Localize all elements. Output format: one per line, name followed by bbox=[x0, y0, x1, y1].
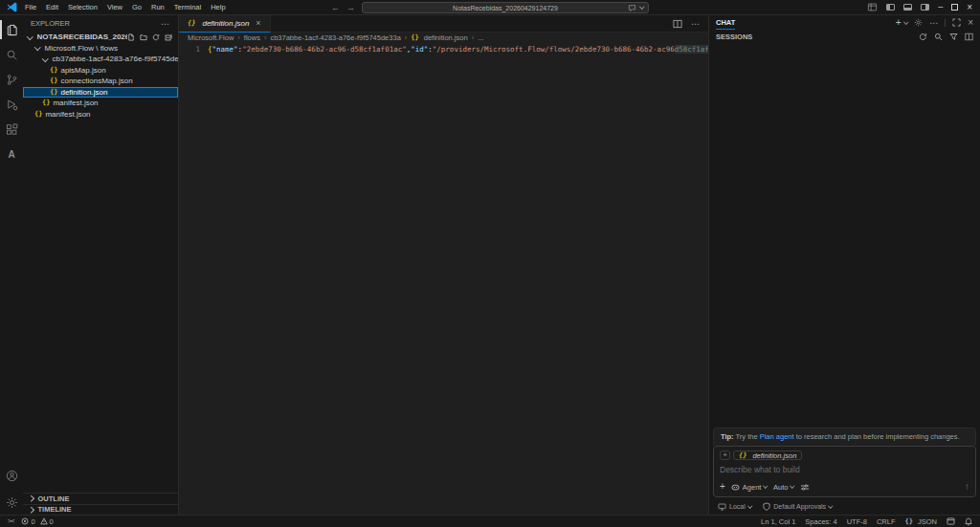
explorer-actions bbox=[127, 33, 178, 41]
chevron-down-icon[interactable] bbox=[639, 5, 644, 10]
more-actions-icon[interactable]: ⋯ bbox=[929, 18, 938, 28]
outline-section[interactable]: OUTLINE bbox=[23, 493, 178, 504]
status-left: >< 0 0 bbox=[8, 517, 54, 526]
split-panel-icon[interactable] bbox=[965, 33, 973, 41]
split-editor-icon[interactable] bbox=[673, 19, 682, 29]
tree-item-label: connectionsMap.json bbox=[60, 77, 132, 85]
language-mode[interactable]: {} JSON bbox=[905, 517, 937, 526]
chat-input-placeholder[interactable]: Describe what to build bbox=[720, 465, 969, 477]
language-label: JSON bbox=[918, 517, 937, 526]
close-panel-icon[interactable]: × bbox=[968, 18, 973, 28]
breadcrumb-item[interactable]: {}definition.json bbox=[411, 33, 467, 42]
breadcrumb-separator-icon: › bbox=[237, 33, 240, 42]
attach-icon[interactable]: + bbox=[720, 482, 725, 492]
run-debug-view-icon[interactable] bbox=[0, 92, 23, 117]
error-count: 0 bbox=[31, 517, 34, 526]
tree-root-folder[interactable]: NOTASRECEBIDAS_2026042912... bbox=[23, 32, 178, 43]
chevron-right-icon bbox=[28, 507, 33, 513]
breadcrumb-item[interactable]: flows bbox=[244, 33, 260, 42]
forward-arrow-icon[interactable]: → bbox=[346, 4, 355, 12]
agent-label: Agent bbox=[743, 483, 762, 492]
new-file-icon[interactable] bbox=[127, 33, 135, 41]
sliders-icon[interactable] bbox=[800, 483, 810, 492]
add-context-button[interactable]: + bbox=[720, 450, 730, 460]
explorer-view-icon[interactable] bbox=[0, 17, 23, 42]
back-arrow-icon[interactable]: ← bbox=[331, 4, 340, 12]
chevron-down-icon[interactable] bbox=[903, 19, 908, 24]
chat-tab[interactable]: CHAT bbox=[716, 18, 735, 30]
browser-preview-icon[interactable] bbox=[947, 517, 955, 525]
a-logo-view-icon[interactable]: A bbox=[0, 142, 23, 166]
gear-icon[interactable] bbox=[914, 18, 923, 27]
breadcrumb-item-label: ... bbox=[478, 33, 483, 42]
send-button[interactable]: ↑ bbox=[965, 482, 969, 492]
attachment-chip[interactable]: {} definition.json bbox=[733, 450, 802, 460]
sessions-header: SESSIONS bbox=[709, 30, 980, 44]
toggle-secondary-sidebar-icon[interactable] bbox=[921, 4, 929, 11]
toggle-primary-sidebar-icon[interactable] bbox=[886, 4, 895, 11]
breadcrumb-item[interactable]: ... bbox=[478, 33, 483, 42]
eol-sequence[interactable]: CRLF bbox=[877, 517, 896, 526]
code-editor[interactable]: 1 {"name":"2ebde730-b686-46b2-ac96-d58cf… bbox=[179, 43, 708, 515]
tree-item-microsoft.flow-flows[interactable]: Microsoft.Flow \ flows bbox=[23, 43, 178, 55]
remote-indicator-icon[interactable]: >< bbox=[8, 517, 13, 525]
approvals-label: Default Approvals bbox=[773, 503, 826, 510]
timeline-section[interactable]: TIMELINE bbox=[23, 504, 178, 516]
settings-gear-icon[interactable] bbox=[0, 490, 23, 515]
maximize-panel-icon[interactable] bbox=[952, 18, 961, 27]
tree-item-cb37abbe-1acf-4283-a76e-f9f5745de33a[interactable]: cb37abbe-1acf-4283-a76e-f9f5745de33a bbox=[23, 54, 178, 65]
breadcrumb-item[interactable]: Microsoft.Flow bbox=[188, 33, 234, 42]
new-chat-icon[interactable]: + bbox=[896, 18, 902, 28]
accounts-icon[interactable] bbox=[0, 465, 23, 490]
plan-agent-link[interactable]: Plan agent bbox=[760, 432, 794, 441]
code-line-content: {"name":"2ebde730-b686-46b2-ac96-d58cf1a… bbox=[208, 45, 708, 54]
source-control-view-icon[interactable] bbox=[0, 67, 23, 92]
context-chip-row: + {} definition.json bbox=[720, 450, 969, 460]
collapse-all-icon[interactable] bbox=[165, 33, 172, 41]
tree-item-definition.json[interactable]: {}definition.json bbox=[23, 87, 178, 99]
breadcrumb-item-label: cb37abbe-1acf-4283-a76e-f9f5745de33a bbox=[270, 33, 400, 42]
environment-picker[interactable]: Local bbox=[718, 503, 751, 511]
chat-bubble-icon[interactable] bbox=[628, 4, 636, 12]
chevron-down-icon bbox=[34, 44, 40, 50]
refresh-icon[interactable] bbox=[152, 33, 160, 41]
encoding[interactable]: UTF-8 bbox=[847, 517, 867, 526]
file-tree: Microsoft.Flow \ flowscb37abbe-1acf-4283… bbox=[23, 43, 178, 494]
more-actions-icon[interactable]: ⋯ bbox=[691, 19, 700, 29]
extensions-view-icon[interactable] bbox=[0, 117, 23, 142]
search-view-icon[interactable] bbox=[0, 42, 23, 67]
breadcrumb-separator-icon: › bbox=[472, 33, 475, 42]
indentation[interactable]: Spaces: 4 bbox=[805, 517, 836, 526]
tree-item-label: apisMap.json bbox=[60, 66, 105, 75]
agent-mode-picker[interactable]: Agent bbox=[731, 483, 768, 492]
new-folder-icon[interactable] bbox=[140, 33, 147, 41]
refresh-icon[interactable] bbox=[919, 33, 927, 41]
tree-item-manifest.json[interactable]: {}manifest.json bbox=[23, 109, 178, 121]
command-center[interactable]: NotasRecebidas_20260429124729 bbox=[362, 2, 649, 13]
tree-item-manifest.json[interactable]: {}manifest.json bbox=[23, 98, 178, 109]
command-center-wrap: ← → NotasRecebidas_20260429124729 bbox=[0, 2, 980, 13]
tree-item-label: definition.json bbox=[60, 88, 107, 97]
workbench-main: A EXPLORER ⋯ NOTASRECEBIDAS_2026042912..… bbox=[0, 15, 980, 515]
cursor-position[interactable]: Ln 1, Col 1 bbox=[761, 517, 795, 526]
tree-item-connectionsmap.json[interactable]: {}connectionsMap.json bbox=[23, 76, 178, 87]
chevron-down-icon bbox=[42, 55, 48, 61]
breadcrumb-item[interactable]: cb37abbe-1acf-4283-a76e-f9f5745de33a bbox=[270, 33, 400, 42]
model-picker[interactable]: Auto bbox=[773, 483, 794, 492]
bell-icon[interactable] bbox=[965, 517, 972, 526]
chat-input-box[interactable]: + {} definition.json Describe what to bu… bbox=[713, 446, 976, 497]
filter-icon[interactable] bbox=[949, 33, 958, 41]
toggle-panel-icon[interactable] bbox=[903, 4, 912, 11]
problems-status[interactable]: 0 0 bbox=[21, 517, 53, 526]
tree-item-label: Microsoft.Flow \ flows bbox=[45, 44, 118, 53]
chevron-down-icon bbox=[828, 503, 833, 508]
approvals-picker[interactable]: Default Approvals bbox=[763, 502, 832, 511]
sessions-label: SESSIONS bbox=[716, 33, 752, 41]
chevron-down-icon bbox=[791, 484, 795, 489]
tree-item-apismap.json[interactable]: {}apisMap.json bbox=[23, 65, 178, 77]
search-icon[interactable] bbox=[934, 33, 943, 41]
more-actions-icon[interactable]: ⋯ bbox=[161, 19, 170, 29]
status-bar: >< 0 0 Ln 1, Col 1 Spaces: 4 UTF-8 CRLF … bbox=[0, 515, 980, 527]
close-tab-icon[interactable]: × bbox=[256, 19, 260, 28]
tab-definition-json[interactable]: {} definition.json × bbox=[179, 15, 271, 33]
